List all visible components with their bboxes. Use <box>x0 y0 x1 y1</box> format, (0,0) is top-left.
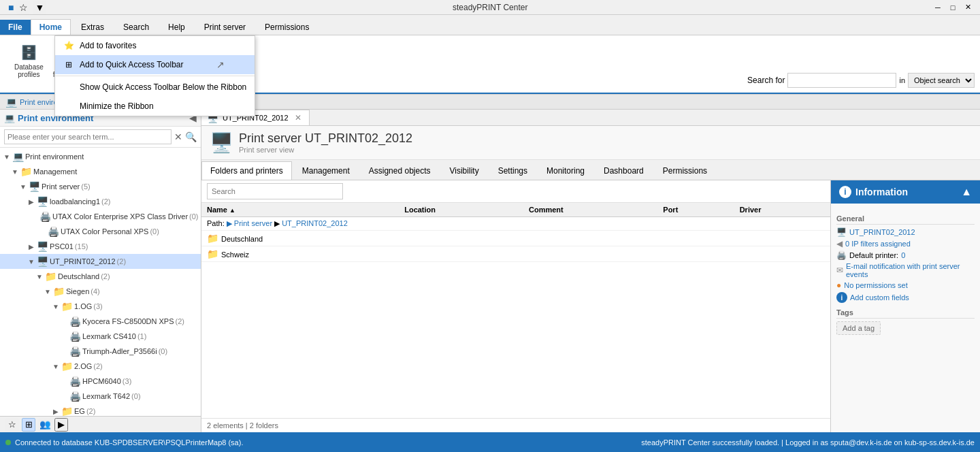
expand-1og[interactable]: ▼ <box>52 302 60 310</box>
qat-customize-button[interactable]: ▼ <box>33 1 46 14</box>
close-button[interactable]: ✕ <box>961 2 975 13</box>
tab-search[interactable]: Search <box>114 19 158 35</box>
window-controls: ─ □ ✕ <box>931 2 975 13</box>
table-row-schweiz[interactable]: 📁Schweiz <box>201 246 830 262</box>
no-expand-utax-personal <box>38 227 46 236</box>
tree-item-deutschland[interactable]: ▼ 📁 Deutschland (2) <box>0 269 201 284</box>
tree-item-print-server[interactable]: ▼ 🖥️ Print server (5) <box>0 179 201 194</box>
col-comment[interactable]: Comment <box>523 203 657 217</box>
expand-psc01[interactable]: ▶ <box>27 242 35 251</box>
tree-item-lexmark-cs410[interactable]: 🖨️ Lexmark CS410 (1) <box>0 329 201 344</box>
tree-item-lexmark-t642[interactable]: 🖨️ Lexmark T642 (0) <box>0 389 201 404</box>
col-name[interactable]: Name ▲ <box>201 203 399 217</box>
tree-search-input[interactable] <box>4 129 172 144</box>
path-ut-print02-link[interactable]: UT_PRINT02_2012 <box>282 219 348 227</box>
expand-deutschland[interactable]: ▼ <box>35 272 44 280</box>
tab-management[interactable]: Management <box>293 161 359 180</box>
tab-visibility[interactable]: Visibility <box>441 161 488 180</box>
tree-item-print-environment[interactable]: ▼ 💻 Print environment <box>0 149 201 164</box>
footer-users-tab[interactable]: 👥 <box>38 418 52 432</box>
doc-tab-close-button[interactable]: ✕ <box>293 112 304 123</box>
path-print-server-link[interactable]: ▶ Print server <box>227 219 272 227</box>
lexmark-t642-icon: 🖨️ <box>69 391 81 402</box>
tab-settings[interactable]: Settings <box>489 161 536 180</box>
no-expand-hpcm <box>60 377 68 385</box>
qa-add-toolbar[interactable]: ⊞ Add to Quick Access Toolbar ↗ <box>55 55 255 74</box>
search-bar: Search for in Object search <box>747 73 975 88</box>
tree-item-siegen[interactable]: ▼ 📁 Siegen (4) <box>0 284 201 299</box>
qa-minimize-ribbon[interactable]: Minimize the Ribbon <box>55 97 255 116</box>
col-port[interactable]: Port <box>657 203 734 217</box>
ribbon-content: 🗄️ Databaseprofiles ⭐ Add tofavorites 🔄 … <box>0 35 980 94</box>
tab-permissions[interactable]: Permissions <box>256 19 318 35</box>
tab-dashboard[interactable]: Dashboard <box>595 161 653 180</box>
status-right-message: steadyPRINT Center successfully loaded. … <box>641 438 975 447</box>
expand-siegen[interactable]: ▼ <box>44 287 52 295</box>
add-tag-button[interactable]: Add a tag <box>836 321 881 335</box>
object-search-select[interactable]: Object search <box>908 73 975 88</box>
expand-print-server[interactable]: ▼ <box>19 182 27 191</box>
document-tabs-bar: 🖥️ UT_PRINT02_2012 ✕ <box>201 110 980 126</box>
tree-item-ut-print02[interactable]: ▼ 🖥️ UT_PRINT02_2012 (2) <box>0 254 201 269</box>
tree-item-hpcm6040[interactable]: 🖨️ HPCM6040 (3) <box>0 374 201 389</box>
database-icon: 🗄️ <box>18 42 39 63</box>
clear-search-icon[interactable]: ✕ <box>174 131 182 142</box>
table-row-deutschland[interactable]: 📁Deutschland <box>201 231 830 246</box>
tab-help[interactable]: Help <box>159 19 194 35</box>
tab-extras[interactable]: Extras <box>72 19 113 35</box>
tree-item-utax-personal[interactable]: 🖨️ UTAX Color Personal XPS (0) <box>0 224 201 239</box>
minimize-button[interactable]: ─ <box>931 2 945 13</box>
ip-filters-link[interactable]: 0 IP filters assigned <box>845 240 911 248</box>
no-expand-lexmark-t642 <box>60 392 68 400</box>
tab-monitoring[interactable]: Monitoring <box>538 161 593 180</box>
search-input[interactable] <box>787 73 896 88</box>
table-search-input[interactable] <box>207 183 343 199</box>
tab-home[interactable]: Home <box>31 19 71 35</box>
page-title: Print server UT_PRINT02_2012 <box>239 131 412 146</box>
tab-folders-and-printers[interactable]: Folders and printers <box>201 161 292 180</box>
custom-fields-link[interactable]: Add custom fields <box>850 293 909 302</box>
qat-star-button[interactable]: ☆ <box>16 1 30 14</box>
search-for-label: Search for <box>747 76 785 85</box>
server-name-link[interactable]: UT_PRINT02_2012 <box>849 228 915 236</box>
tree-item-1og[interactable]: ▼ 📁 1.OG (3) <box>0 299 201 314</box>
tab-permissions[interactable]: Permissions <box>654 161 716 180</box>
info-row-no-permissions: ● No permissions set <box>836 280 975 290</box>
tree-item-eg[interactable]: ▶ 📁 EG (2) <box>0 404 201 416</box>
col-driver[interactable]: Driver <box>734 203 830 217</box>
tab-print-server[interactable]: Print server <box>195 19 255 35</box>
expand-eg[interactable]: ▶ <box>52 407 60 415</box>
footer-grid-tab[interactable]: ⊞ <box>22 418 35 432</box>
file-tab[interactable]: File <box>0 20 31 35</box>
no-permissions-link[interactable]: No permissions set <box>844 281 908 289</box>
maximize-button[interactable]: □ <box>946 2 960 13</box>
footer-star-tab[interactable]: ☆ <box>5 418 19 432</box>
info-panel-collapse-button[interactable]: ▲ <box>961 186 972 198</box>
tree-item-triumph[interactable]: 🖨️ Triumph-Adler_P3566i (0) <box>0 344 201 359</box>
database-profiles-button[interactable]: 🗄️ Databaseprofiles <box>11 39 47 80</box>
search-tree-icon[interactable]: 🔍 <box>185 131 197 142</box>
expand-2og[interactable]: ▼ <box>52 362 60 370</box>
tree-item-2og[interactable]: ▼ 📁 2.OG (2) <box>0 359 201 374</box>
info-panel-title: i Information <box>839 186 908 198</box>
expand-print-env[interactable]: ▼ <box>3 152 11 161</box>
expand-loadbalancing1[interactable]: ▶ <box>27 197 35 206</box>
expand-ut-print02[interactable]: ▼ <box>27 257 35 265</box>
tree-item-management[interactable]: ▼ 📁 Management <box>0 164 201 179</box>
tree-item-psc01[interactable]: ▶ 🖥️ PSC01 (15) <box>0 239 201 254</box>
qa-show-below[interactable]: Show Quick Access Toolbar Below the Ribb… <box>55 78 255 97</box>
tree-item-loadbalancing1[interactable]: ▶ 🖥️ loadbalancing1 (2) <box>0 194 201 209</box>
tree-search-box: ✕ 🔍 <box>0 127 201 148</box>
default-printer-icon: 🖨️ <box>836 251 847 260</box>
tab-assigned-objects[interactable]: Assigned objects <box>360 161 440 180</box>
qa-add-favorites[interactable]: ⭐ Add to favorites <box>55 36 255 55</box>
col-location[interactable]: Location <box>399 203 523 217</box>
tree-item-utax-xps[interactable]: 🖨️ UTAX Color Enterprise XPS Class Drive… <box>0 209 201 224</box>
default-printer-count-link[interactable]: 0 <box>901 251 905 259</box>
expand-management[interactable]: ▼ <box>11 167 19 176</box>
cell-name-schweiz: 📁Schweiz <box>201 246 399 262</box>
email-notification-link[interactable]: E-mail notification with print server ev… <box>846 262 975 278</box>
tree-item-kyocera-c8500dn[interactable]: 🖨️ Kyocera FS-C8500DN XPS (2) <box>0 314 201 329</box>
footer-expand-btn[interactable]: ▶ <box>54 418 68 432</box>
tab-content-area: Name ▲ Location Comment Port Driver Path… <box>201 180 980 432</box>
